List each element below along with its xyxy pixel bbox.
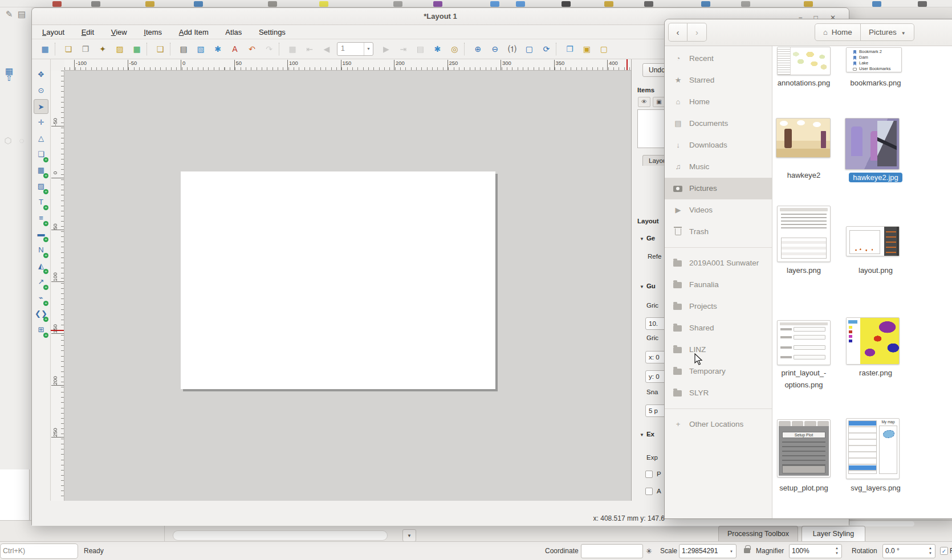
toolbar-zoom-actual-size-button[interactable]: ⑴ — [505, 42, 519, 56]
tool-add-map-button[interactable]: ▦ — [34, 163, 48, 178]
tool-add-page-button[interactable]: ❑ — [34, 147, 48, 162]
toolbar-zoom-out-button[interactable]: ⊖ — [487, 42, 502, 56]
layout-canvas[interactable] — [64, 71, 631, 501]
sidebar-item-shared[interactable]: Shared — [665, 317, 772, 339]
spinner-arrows[interactable]: ▲▼ — [927, 546, 934, 557]
extents-icon[interactable]: ✳ — [646, 542, 652, 560]
atlas-page-spinner[interactable]: 1▼ — [337, 42, 373, 56]
tool-add-north-arrow-button[interactable]: N — [34, 243, 48, 257]
section-general[interactable]: ▼Ge — [640, 235, 655, 242]
toolbar-lock-selected-items-button[interactable]: ▣ — [579, 42, 594, 56]
spinner-arrows[interactable]: ▲▼ — [833, 546, 840, 557]
sidebar-item-videos[interactable]: ▶Videos — [665, 199, 772, 221]
toolbar-undo-button[interactable]: ↶ — [245, 42, 259, 56]
forward-button[interactable]: › — [687, 23, 707, 42]
toolbar-add-pages-button[interactable]: ❑ — [153, 42, 168, 56]
file-manager-headerbar[interactable]: ‹ › ⌂Home Pictures▼ — [665, 19, 952, 46]
tool-add-shape-button[interactable]: ◭ — [34, 259, 48, 273]
export-checkbox-1[interactable] — [645, 471, 653, 478]
sidebar-item-temporary[interactable]: Temporary — [665, 361, 772, 382]
menu-settings[interactable]: Settings — [259, 25, 286, 39]
section-guides[interactable]: ▼Gu — [640, 283, 656, 289]
toolbar-atlas-preview-button[interactable]: ▦ — [285, 42, 300, 56]
rotation-spinner[interactable]: 0.0 ° ▲▼ — [882, 544, 935, 558]
toolbar-atlas-first-feature-button[interactable]: ⇤ — [302, 42, 317, 56]
file-grid[interactable]: annotations.png Bookmark 2 Dam Lake User… — [772, 46, 952, 519]
toolbar-print-atlas-button[interactable]: ▤ — [413, 42, 428, 56]
sidebar-item-trash[interactable]: Trash — [665, 221, 772, 243]
chevron-down-icon[interactable]: ▼ — [364, 43, 373, 55]
layout-page[interactable] — [181, 171, 495, 389]
toolbar-print-layout-button[interactable]: ▤ — [176, 42, 191, 56]
toolbar-add-items-from-template-button[interactable]: ▨ — [112, 42, 127, 56]
eye-icon[interactable]: 👁 — [638, 97, 650, 107]
tool-move-item-content-button[interactable]: ✛ — [34, 115, 48, 130]
sidebar-item-music[interactable]: ♫Music — [665, 156, 772, 178]
back-button[interactable]: ‹ — [668, 23, 687, 42]
tool-add-attribute-table-button[interactable]: ⊞ — [34, 322, 48, 337]
tool-add-picture-button[interactable]: ▨ — [34, 179, 48, 194]
toolbar-duplicate-layout-button[interactable]: ❐ — [78, 42, 93, 56]
toolbar-redo-button[interactable]: ↷ — [262, 42, 276, 56]
tool-zoom-button[interactable]: ⊙ — [34, 83, 48, 98]
lock-scale-icon[interactable] — [744, 548, 750, 553]
tool-add-label-button[interactable]: T — [34, 195, 48, 210]
toolbar-raise-selected-items-button[interactable]: ❐ — [562, 42, 577, 56]
tab-layer-styling[interactable]: Layer Styling — [802, 526, 865, 542]
sidebar-item-slyr[interactable]: SLYR — [665, 382, 772, 404]
sidebar-item-linz[interactable]: LINZ — [665, 339, 772, 361]
path-home-button[interactable]: ⌂Home — [815, 24, 860, 40]
tab-processing-toolbox[interactable]: Processing Toolbox — [718, 526, 798, 542]
toolbar-atlas-previous-feature-button[interactable]: ◀ — [319, 42, 334, 56]
menu-items[interactable]: Items — [144, 25, 162, 39]
render-checkbox[interactable]: ✓ — [940, 547, 948, 555]
chevron-down-icon[interactable]: ▼ — [402, 529, 416, 542]
toolbar-unlock-all-items-button[interactable]: ▢ — [596, 42, 611, 56]
path-pictures-button[interactable]: Pictures▼ — [860, 24, 914, 40]
sidebar-item-documents[interactable]: ▤Documents — [665, 113, 772, 134]
toolbar-zoom-full-extent-button[interactable]: ▢ — [522, 42, 536, 56]
toolbar-zoom-in-button[interactable]: ⊕ — [470, 42, 485, 56]
section-export[interactable]: ▼Ex — [640, 431, 654, 438]
scale-combo[interactable]: 1:29854291 ▼ — [679, 544, 737, 558]
sidebar-item-recent[interactable]: ◔Recent — [665, 48, 772, 70]
toolbar-new-layout-button[interactable]: ❏ — [61, 42, 76, 56]
toolbar-atlas-settings-button[interactable]: ◎ — [447, 42, 462, 56]
toolbar-layout-manager-button[interactable]: ✦ — [95, 42, 110, 56]
chevron-down-icon[interactable]: ▼ — [728, 549, 735, 560]
sidebar-item-pictures[interactable]: Pictures — [665, 178, 772, 199]
horizontal-scrollbar[interactable] — [173, 530, 388, 541]
sidebar-item-other-locations[interactable]: +Other Locations — [665, 414, 772, 435]
magnifier-spinner[interactable]: 100% ▲▼ — [789, 544, 842, 558]
sidebar-item-home[interactable]: ⌂Home — [665, 91, 772, 113]
tool-add-scalebar-button[interactable]: ▬ — [34, 227, 48, 242]
menu-edit[interactable]: Edit — [82, 25, 94, 39]
export-checkbox-2[interactable] — [645, 488, 653, 495]
toolbar-refresh-view-button[interactable]: ⟳ — [539, 42, 554, 56]
toolbar-save-project-button[interactable]: ▦ — [38, 42, 52, 56]
toolbar-atlas-next-feature-button[interactable]: ▶ — [379, 42, 393, 56]
tool-add-html-button[interactable]: ❮❯ — [34, 306, 48, 321]
menu-layout[interactable]: Layout — [42, 25, 64, 39]
toolbar-atlas-last-feature-button[interactable]: ⇥ — [396, 42, 410, 56]
sidebar-item-2019a001-sunwater[interactable]: 2019A001 Sunwater — [665, 252, 772, 274]
menu-add-item[interactable]: Add Item — [179, 25, 209, 39]
sidebar-item-faunalia[interactable]: Faunalia — [665, 274, 772, 296]
sidebar-item-downloads[interactable]: ↓Downloads — [665, 134, 772, 156]
sidebar-item-starred[interactable]: ★Starred — [665, 70, 772, 91]
toolbar-export-atlas-as-image-button[interactable]: ✱ — [430, 42, 445, 56]
tool-pan-button[interactable]: ✥ — [34, 67, 48, 82]
tool-edit-nodes-item-button[interactable]: △ — [34, 131, 48, 146]
tool-select-move-item-button[interactable]: ➤ — [34, 99, 48, 114]
tool-add-node-item-button[interactable]: ⌁ — [34, 291, 48, 305]
tool-add-legend-button[interactable]: ≡ — [34, 211, 48, 226]
coordinate-input[interactable] — [581, 544, 643, 558]
sidebar-item-projects[interactable]: Projects — [665, 296, 772, 317]
toolbar-export-as-pdf-button[interactable]: A — [227, 42, 242, 56]
menu-atlas[interactable]: Atlas — [225, 25, 242, 39]
locator-search-input[interactable]: Ctrl+K) — [0, 543, 78, 559]
toolbar-export-as-svg-button[interactable]: ✱ — [210, 42, 225, 56]
lock-icon[interactable]: ▣ — [653, 97, 665, 107]
menu-view[interactable]: View — [111, 25, 127, 39]
tool-add-arrow-button[interactable]: ↗ — [34, 275, 48, 289]
